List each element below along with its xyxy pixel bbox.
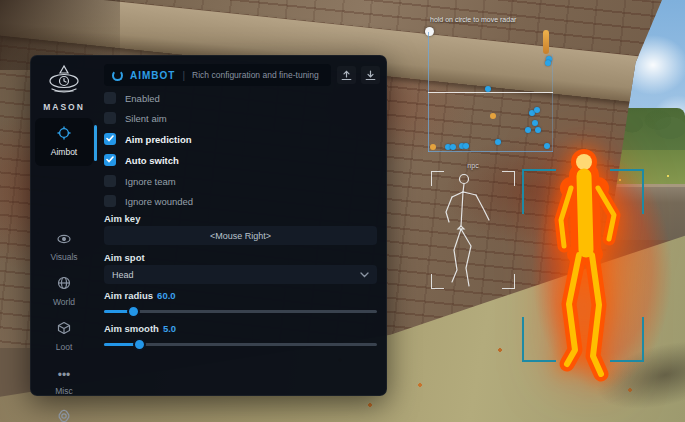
radar-marker-bar xyxy=(543,30,549,54)
slider-thumb[interactable] xyxy=(127,305,140,318)
checkbox-box[interactable] xyxy=(104,195,116,207)
radar-item-dot xyxy=(490,113,496,119)
checkbox-box[interactable] xyxy=(104,92,116,104)
aim-key-binding-field[interactable]: <Mouse Right> xyxy=(104,226,377,245)
checkbox-silent-aim[interactable]: Silent aim xyxy=(104,112,167,124)
gear-icon xyxy=(57,409,71,422)
checkbox-ignore-wounded[interactable]: Ignore wounded xyxy=(104,195,193,207)
target-esp-brackets xyxy=(522,169,644,362)
bracket-corner xyxy=(610,317,644,362)
sidebar-item-label: Aimbot xyxy=(35,147,93,157)
slider-value: 5.0 xyxy=(163,323,176,334)
cube-icon xyxy=(57,321,71,335)
radar-enemy-dot xyxy=(532,120,538,126)
checkbox-aim-prediction[interactable]: Aim prediction xyxy=(104,133,192,145)
check-icon xyxy=(106,135,114,142)
sidebar-item-label: Misc xyxy=(35,386,93,396)
download-icon xyxy=(365,70,376,81)
esp-name-label: npc xyxy=(430,162,516,169)
radar-item-dot xyxy=(430,144,436,150)
radar-border xyxy=(428,151,553,152)
checkbox-box[interactable] xyxy=(104,133,116,145)
radar-enemy-dot xyxy=(450,144,456,150)
checkbox-label: Auto switch xyxy=(125,155,179,166)
radar-enemy-dot xyxy=(525,127,531,133)
sidebar: MASON Aimbot xyxy=(31,56,97,395)
checkbox-enabled[interactable]: Enabled xyxy=(104,92,160,104)
slider-label-text: Aim radius xyxy=(104,290,153,301)
radar-enemy-dot xyxy=(485,86,491,92)
slider-track[interactable] xyxy=(104,310,377,313)
slider-value: 60.0 xyxy=(157,290,176,301)
checkbox-box[interactable] xyxy=(104,112,116,124)
eye-pyramid-logo-icon xyxy=(43,64,85,96)
sidebar-item-aimbot[interactable]: Aimbot xyxy=(35,118,93,166)
title-separator: | xyxy=(182,70,185,81)
tab-content-aimbot: AIMBOT | Rich configuration and fine-tun… xyxy=(97,56,388,395)
radar-enemy-dot xyxy=(495,139,501,145)
checkbox-box[interactable] xyxy=(104,175,116,187)
radar-hint-text: hold on circle to move radar xyxy=(430,16,558,23)
checkbox-label: Ignore team xyxy=(125,176,176,187)
aim-key-label: Aim key xyxy=(104,213,140,224)
game-screen: npc hold on circle to move radar xyxy=(0,0,685,422)
checkbox-label: Aim prediction xyxy=(125,134,192,145)
slider-thumb[interactable] xyxy=(133,338,146,351)
aim-smooth-slider[interactable] xyxy=(104,337,377,351)
checkbox-ignore-team[interactable]: Ignore team xyxy=(104,175,176,187)
sidebar-item-label: Visuals xyxy=(35,252,93,262)
export-config-button[interactable] xyxy=(337,66,356,84)
radar-drag-handle[interactable] xyxy=(425,27,434,36)
sidebar-item-loot[interactable]: Loot xyxy=(35,321,93,352)
slider-label-text: Aim smooth xyxy=(104,323,159,334)
checkbox-label: Silent aim xyxy=(125,113,167,124)
radar-enemy-dot xyxy=(463,143,469,149)
tab-subtitle: Rich configuration and fine-tuning xyxy=(192,70,319,80)
bracket-corner xyxy=(502,274,515,289)
radar-enemy-dot xyxy=(535,127,541,133)
radar-enemy-dot xyxy=(534,107,540,113)
aim-radius-slider[interactable] xyxy=(104,304,377,318)
sidebar-item-label: Loot xyxy=(35,342,93,352)
checkbox-auto-switch[interactable]: Auto switch xyxy=(104,154,179,166)
radar-border xyxy=(552,54,553,152)
radar-overlay[interactable]: hold on circle to move radar xyxy=(426,14,558,156)
bracket-corner xyxy=(431,171,444,186)
bracket-corner xyxy=(522,317,556,362)
bracket-corner xyxy=(522,169,556,214)
cheat-menu-window: MASON Aimbot xyxy=(30,55,387,396)
aim-smooth-label: Aim smooth5.0 xyxy=(104,323,176,334)
chevron-down-icon xyxy=(360,270,369,280)
check-icon xyxy=(106,156,114,163)
tab-title: AIMBOT xyxy=(130,70,175,81)
brand-logo: MASON xyxy=(31,64,97,112)
sidebar-item-world[interactable]: World xyxy=(35,276,93,307)
tab-header: AIMBOT | Rich configuration and fine-tun… xyxy=(104,64,331,86)
sidebar-item-misc[interactable]: ••• Misc xyxy=(35,365,93,396)
sidebar-item-settings[interactable]: Settings xyxy=(35,409,93,422)
aim-radius-label: Aim radius60.0 xyxy=(104,290,176,301)
sidebar-item-label: World xyxy=(35,297,93,307)
bracket-corner xyxy=(502,171,515,186)
aim-spot-select[interactable]: Head xyxy=(104,265,377,284)
radar-enemy-dot xyxy=(544,143,550,149)
crosshair-icon xyxy=(57,126,71,140)
sidebar-item-visuals[interactable]: Visuals xyxy=(35,231,93,262)
radar-enemy-dot xyxy=(545,60,551,66)
spinner-icon xyxy=(112,70,123,81)
aim-spot-selected-value: Head xyxy=(112,270,134,280)
import-config-button[interactable] xyxy=(361,66,380,84)
ellipsis-icon: ••• xyxy=(58,369,71,381)
checkbox-label: Ignore wounded xyxy=(125,196,193,207)
bracket-corner xyxy=(610,169,644,214)
brand-name: MASON xyxy=(31,102,97,112)
bracket-corner xyxy=(431,274,444,289)
radar-axis-line xyxy=(428,92,553,93)
eye-icon xyxy=(57,233,71,245)
checkbox-label: Enabled xyxy=(125,93,160,104)
globe-icon xyxy=(57,276,71,290)
aim-spot-label: Aim spot xyxy=(104,252,145,263)
checkbox-box[interactable] xyxy=(104,154,116,166)
skeleton-esp: npc xyxy=(430,162,516,290)
upload-icon xyxy=(341,70,352,81)
